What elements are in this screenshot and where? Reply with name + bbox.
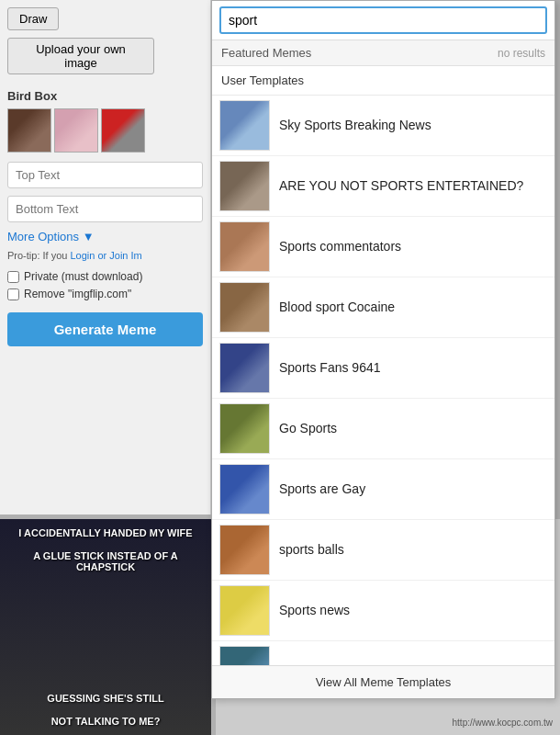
protip-text: Pro-tip: If you Login or Join Im [7, 249, 203, 263]
meme-item-label: ARE YOU NOT SPORTS ENTERTAINED? [279, 177, 523, 194]
meme-item-thumbnail [219, 161, 270, 211]
meme-item-thumbnail [219, 282, 270, 333]
thumbnail-row [7, 108, 203, 153]
svg-rect-5 [220, 404, 271, 455]
private-label: Private (must download) [24, 270, 142, 283]
meme-bottom-text-2: NOT TALKING TO ME? [0, 712, 211, 730]
svg-rect-1 [220, 162, 271, 212]
more-options-toggle[interactable]: More Options ▼ [7, 230, 203, 243]
meme-list-item[interactable]: ARE YOU NOT SPORTS ENTERTAINED? [212, 156, 554, 217]
bottom-text-input[interactable] [7, 196, 203, 222]
remove-checkbox[interactable] [7, 288, 19, 300]
meme-list: Sky Sports Breaking NewsARE YOU NOT SPOR… [212, 96, 554, 665]
svg-rect-7 [220, 526, 271, 576]
meme-item-thumbnail [219, 525, 270, 575]
bottom-meme-area: I ACCIDENTALLY HANDED MY WIFE A GLUE STI… [0, 519, 211, 735]
search-input[interactable] [219, 6, 547, 34]
svg-rect-9 [220, 647, 271, 665]
svg-rect-4 [220, 344, 271, 394]
meme-item-thumbnail [219, 464, 270, 514]
meme-list-item[interactable]: Sports are Gay [212, 459, 554, 520]
no-results-label: no results [498, 47, 545, 60]
view-all-button[interactable]: View All Meme Templates [212, 665, 554, 698]
meme-list-item[interactable]: sports balls [212, 520, 554, 581]
draw-button[interactable]: Draw [7, 7, 59, 30]
bird-box-label: Bird Box [7, 89, 203, 103]
upload-button[interactable]: Upload your own image [7, 38, 154, 74]
meme-list-item[interactable]: Blood sport Cocaine [212, 277, 554, 338]
svg-rect-3 [220, 283, 271, 334]
left-panel: Draw Upload your own image Bird Box More… [0, 0, 211, 514]
thumb-2[interactable] [54, 108, 98, 153]
private-checkbox[interactable] [7, 271, 19, 283]
meme-list-item[interactable]: Go Sports [212, 399, 554, 459]
svg-rect-0 [220, 101, 271, 152]
top-text-input[interactable] [7, 162, 203, 188]
svg-rect-8 [220, 586, 271, 637]
meme-item-label: sport fishing [279, 662, 348, 665]
svg-rect-2 [220, 222, 271, 273]
meme-item-label: Blood sport Cocaine [279, 299, 395, 315]
meme-item-thumbnail [219, 100, 270, 151]
login-link[interactable]: Login or Join Im [70, 250, 141, 261]
svg-rect-6 [220, 465, 271, 515]
featured-label: Featured Memes [221, 46, 311, 60]
meme-item-label: Go Sports [279, 420, 337, 436]
watermark-url: http://www.kocpc.com.tw [453, 718, 553, 728]
meme-item-thumbnail [219, 221, 270, 272]
meme-item-thumbnail [219, 403, 270, 454]
meme-list-item[interactable]: Sports Fans 9641 [212, 338, 554, 399]
remove-checkbox-row: Remove "imgflip.com" [7, 288, 203, 300]
generate-meme-button[interactable]: Generate Meme [7, 312, 203, 346]
meme-list-item[interactable]: Sports news [212, 581, 554, 641]
meme-list-item[interactable]: Sports commentators [212, 217, 554, 277]
meme-item-label: Sky Sports Breaking News [279, 117, 431, 133]
search-bar [212, 1, 554, 40]
meme-list-item[interactable]: sport fishing [212, 641, 554, 665]
meme-top-text-1: I ACCIDENTALLY HANDED MY WIFE [0, 524, 211, 542]
meme-list-item[interactable]: Sky Sports Breaking News [212, 96, 554, 156]
meme-item-label: Sports commentators [279, 238, 401, 254]
meme-item-label: Sports news [279, 602, 350, 618]
thumb-3[interactable] [101, 108, 145, 153]
private-checkbox-row: Private (must download) [7, 270, 203, 283]
meme-top-text-2: A GLUE STICK INSTEAD OF A CHAPSTICK [0, 547, 211, 576]
meme-item-thumbnail [219, 646, 270, 665]
meme-item-thumbnail [219, 343, 270, 393]
thumb-1[interactable] [7, 108, 51, 153]
remove-label: Remove "imgflip.com" [24, 288, 131, 300]
meme-item-label: Sports Fans 9641 [279, 359, 381, 376]
meme-item-label: sports balls [279, 541, 344, 558]
meme-bottom-text-1: GUESSING SHE'S STILL [0, 689, 211, 707]
featured-header: Featured Memes no results [212, 40, 554, 66]
bottom-meme-image: I ACCIDENTALLY HANDED MY WIFE A GLUE STI… [0, 519, 211, 735]
meme-item-thumbnail [219, 585, 270, 636]
search-dropdown: Featured Memes no results User Templates… [211, 0, 555, 699]
user-templates-item[interactable]: User Templates [212, 66, 554, 96]
meme-item-label: Sports are Gay [279, 481, 365, 497]
